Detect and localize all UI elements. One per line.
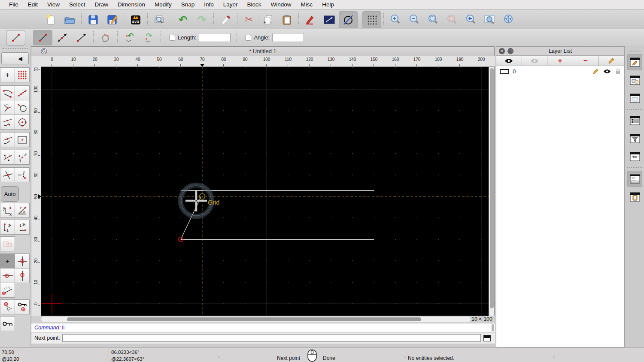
float-dock-button[interactable]: ❐ bbox=[507, 48, 513, 54]
menu-item[interactable]: Draw bbox=[90, 1, 113, 8]
current-tool-line-button[interactable] bbox=[6, 30, 25, 45]
menu-item[interactable]: Edit bbox=[23, 1, 43, 8]
snap-free-button[interactable]: + bbox=[0, 67, 15, 82]
restrict-nothing-off-button[interactable] bbox=[0, 236, 15, 251]
snap-distance-manual-button[interactable]: 12 bbox=[15, 150, 30, 165]
menu-item[interactable]: Snap bbox=[176, 1, 200, 8]
line-properties-button[interactable] bbox=[320, 11, 339, 28]
line-angle-button[interactable] bbox=[52, 30, 72, 45]
layer-edit-pencil-icon[interactable] bbox=[592, 68, 599, 75]
snap-on-entity-button[interactable] bbox=[15, 85, 30, 100]
length-input[interactable] bbox=[199, 33, 231, 42]
drawing-canvas[interactable]: Grid bbox=[41, 67, 489, 316]
save-button[interactable] bbox=[84, 11, 103, 28]
zoom-window-button[interactable] bbox=[480, 11, 499, 28]
zoom-in-button[interactable] bbox=[386, 11, 405, 28]
snap-middle-button[interactable] bbox=[0, 115, 15, 130]
snap-nearest-circle-button[interactable] bbox=[15, 100, 30, 115]
show-all-layers-button[interactable] bbox=[496, 56, 522, 66]
relative-corner-2-button[interactable]: 12 bbox=[15, 220, 30, 235]
document-title-bar[interactable]: * Untitled 1 bbox=[31, 47, 494, 56]
lock-relative-zero-button[interactable] bbox=[15, 299, 30, 314]
command-input[interactable] bbox=[62, 334, 481, 342]
svg-export-button[interactable]: SVG bbox=[126, 11, 145, 28]
layer-color-swatch[interactable] bbox=[500, 69, 509, 74]
hide-all-layers-button[interactable] bbox=[522, 56, 548, 66]
restrict-ortho-button[interactable] bbox=[15, 132, 30, 147]
paste-button[interactable] bbox=[277, 11, 296, 28]
open-file-button[interactable] bbox=[60, 11, 79, 28]
print-preview-button[interactable] bbox=[150, 11, 169, 28]
menu-item[interactable]: Modify bbox=[150, 1, 176, 8]
menu-item[interactable]: Dimension bbox=[113, 1, 150, 8]
toolbar-drag-handle[interactable] bbox=[629, 51, 641, 51]
restrict-vertical-button[interactable] bbox=[15, 268, 30, 283]
toggle-command-widget-button[interactable] bbox=[627, 171, 642, 187]
back-button[interactable]: ◀ bbox=[1, 52, 29, 64]
menu-item[interactable]: Info bbox=[199, 1, 219, 8]
snap-grid-button[interactable] bbox=[15, 67, 30, 82]
toggle-layer-list-button[interactable] bbox=[627, 54, 642, 70]
polyline-button[interactable] bbox=[96, 30, 115, 45]
save-as-button[interactable] bbox=[103, 11, 122, 28]
length-checkbox[interactable] bbox=[169, 35, 175, 41]
snap-distance-button[interactable] bbox=[0, 150, 15, 165]
horizontal-scrollbar[interactable] bbox=[41, 317, 471, 322]
remove-layer-button[interactable]: − bbox=[573, 56, 599, 66]
angle-checkbox[interactable] bbox=[245, 35, 251, 41]
coordinate-cartesian-button[interactable]: yx bbox=[0, 203, 15, 218]
add-layer-button[interactable]: + bbox=[547, 56, 573, 66]
snap-center-button[interactable] bbox=[15, 115, 30, 130]
menu-item[interactable]: Window bbox=[266, 1, 296, 8]
toggle-pen-palette-button[interactable] bbox=[627, 148, 642, 165]
snap-intersection-auto-button[interactable] bbox=[0, 100, 15, 115]
restrict-horizontal-button[interactable] bbox=[0, 268, 15, 283]
layer-lock-icon[interactable] bbox=[615, 68, 621, 75]
menu-item[interactable]: Misc bbox=[296, 1, 318, 8]
restrict-nothing-button[interactable]: + bbox=[0, 253, 15, 268]
redo-button[interactable]: ↷ bbox=[192, 11, 211, 28]
toggle-clipboard-widget-button[interactable] bbox=[627, 189, 642, 205]
toolbar-drag-handle[interactable] bbox=[2, 48, 28, 51]
snap-intersection-manual-button[interactable] bbox=[15, 167, 30, 182]
snap-endpoints-button[interactable] bbox=[0, 85, 15, 100]
delete-button[interactable] bbox=[216, 11, 235, 28]
toggle-library-browser-button[interactable] bbox=[627, 90, 642, 106]
horizontal-scrollbar-thumb[interactable] bbox=[67, 317, 421, 321]
coordinate-polar-button[interactable]: ra bbox=[15, 203, 30, 218]
menu-item[interactable]: Help bbox=[317, 1, 339, 8]
new-document-button[interactable] bbox=[41, 11, 60, 28]
relative-corner-1-button[interactable]: 12 bbox=[0, 220, 15, 235]
edit-layer-button[interactable] bbox=[598, 56, 624, 66]
toggle-selection-filter-button[interactable] bbox=[627, 130, 642, 147]
zoom-out-button[interactable] bbox=[405, 11, 424, 28]
menu-item[interactable]: Select bbox=[64, 1, 90, 8]
command-history-scrollbar[interactable] bbox=[491, 324, 495, 332]
menu-item[interactable]: Block bbox=[243, 1, 266, 8]
zoom-pan-button[interactable] bbox=[499, 11, 518, 28]
line-two-points-button[interactable] bbox=[33, 30, 52, 45]
copy-button[interactable] bbox=[258, 11, 277, 28]
menu-item[interactable]: Layer bbox=[219, 1, 243, 8]
lock-tool-button[interactable] bbox=[0, 316, 15, 331]
set-relative-zero-button[interactable] bbox=[0, 299, 15, 314]
command-focus-toggle-button[interactable] bbox=[483, 335, 491, 341]
grid-toggle-button[interactable] bbox=[362, 11, 381, 28]
undo-segment-button[interactable]: ↶ bbox=[120, 30, 139, 45]
pen-edit-button[interactable] bbox=[301, 11, 320, 28]
toggle-block-list-button[interactable] bbox=[627, 72, 642, 88]
vertical-scrollbar-thumb[interactable] bbox=[490, 68, 494, 308]
vertical-scrollbar[interactable] bbox=[489, 67, 494, 316]
close-dock-button[interactable]: ✕ bbox=[499, 48, 505, 54]
toggle-entity-list-button[interactable] bbox=[627, 112, 642, 129]
menu-item[interactable]: View bbox=[43, 1, 64, 8]
layer-row[interactable]: 0 bbox=[496, 67, 624, 76]
snap-auto-button[interactable]: Auto bbox=[1, 186, 19, 202]
draw-circle-line-button[interactable] bbox=[339, 11, 358, 28]
undo-button[interactable]: ↶ bbox=[173, 11, 192, 28]
command-history-scrollbar-thumb[interactable] bbox=[492, 324, 494, 331]
cut-button[interactable]: ✂ bbox=[240, 11, 258, 28]
zoom-auto-button[interactable] bbox=[424, 11, 443, 28]
line-ray-button[interactable] bbox=[72, 30, 91, 45]
redo-segment-button[interactable]: ↷ bbox=[139, 30, 158, 45]
